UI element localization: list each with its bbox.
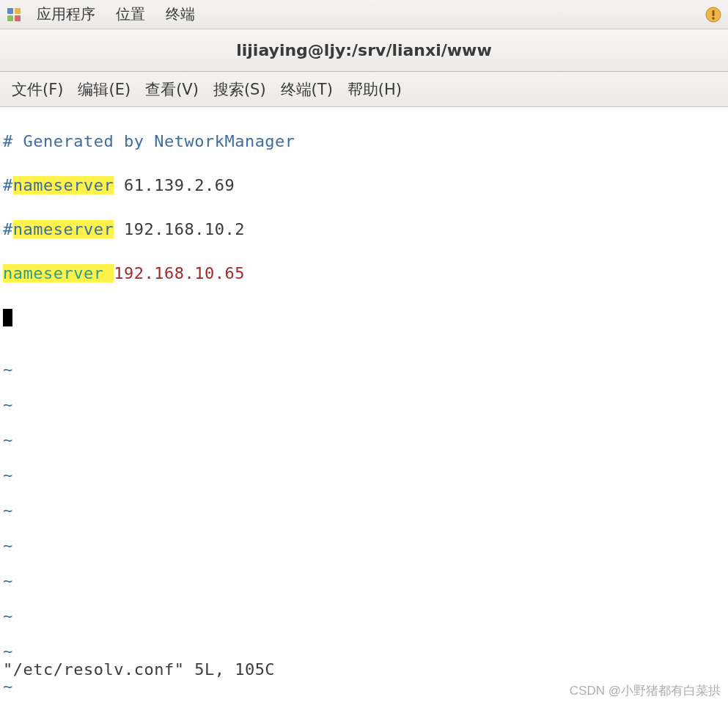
desktop-top-panel: 应用程序 位置 终端 xyxy=(0,0,728,29)
hash-prefix: # xyxy=(3,176,13,194)
hash-prefix: # xyxy=(3,220,13,238)
menu-terminal[interactable]: 终端(T) xyxy=(273,75,340,104)
svg-rect-1 xyxy=(15,8,21,14)
ip-value: 192.168.10.2 xyxy=(114,220,245,238)
menu-view[interactable]: 查看(V) xyxy=(138,75,206,104)
applications-icon xyxy=(6,7,22,23)
menu-search[interactable]: 搜索(S) xyxy=(206,75,273,104)
nameserver-highlight: nameserver xyxy=(13,220,114,238)
ip-value-active: 192.168.10.65 xyxy=(114,264,245,282)
terminal-content[interactable]: # Generated by NetworkManager #nameserve… xyxy=(0,107,728,352)
vim-tilde: ~ xyxy=(3,458,725,493)
terminal-menu-bar: 文件(F) 编辑(E) 查看(V) 搜索(S) 终端(T) 帮助(H) xyxy=(0,72,728,107)
vim-tilde: ~ xyxy=(3,352,725,387)
panel-applications[interactable]: 应用程序 xyxy=(26,1,106,27)
vim-tilde: ~ xyxy=(3,563,725,599)
watermark: CSDN @小野猪都有白菜拱 xyxy=(570,682,721,699)
svg-point-6 xyxy=(712,17,715,20)
vim-tilde: ~ xyxy=(3,493,725,528)
vim-tilde: ~ xyxy=(3,528,725,563)
vim-status-line: "/etc/resolv.conf" 5L, 105C xyxy=(3,660,275,679)
vim-tilde: ~ xyxy=(3,387,725,423)
panel-places[interactable]: 位置 xyxy=(106,1,155,27)
menu-help[interactable]: 帮助(H) xyxy=(340,75,409,104)
vim-tilde: ~ xyxy=(3,423,725,458)
tray-warning-icon[interactable] xyxy=(705,6,722,23)
window-title-bar: lijiaying@ljy:/srv/lianxi/www xyxy=(0,29,728,72)
vim-empty-lines: ~ ~ ~ ~ ~ ~ ~ ~ ~ ~ ~ ~ xyxy=(0,352,728,705)
svg-rect-0 xyxy=(7,8,13,14)
cursor xyxy=(3,309,12,326)
svg-rect-2 xyxy=(7,15,13,21)
menu-edit[interactable]: 编辑(E) xyxy=(70,75,138,104)
nameserver-highlight: nameserver xyxy=(3,264,103,282)
menu-file[interactable]: 文件(F) xyxy=(4,75,70,104)
window-title: lijiaying@ljy:/srv/lianxi/www xyxy=(236,41,492,59)
space-highlight xyxy=(103,264,114,282)
panel-terminal[interactable]: 终端 xyxy=(155,1,205,27)
vim-tilde: ~ xyxy=(3,599,725,634)
svg-rect-5 xyxy=(713,10,715,16)
svg-rect-3 xyxy=(15,15,21,21)
comment-line: # Generated by NetworkManager xyxy=(3,132,295,150)
nameserver-highlight: nameserver xyxy=(13,176,114,194)
ip-value: 61.139.2.69 xyxy=(114,176,235,194)
